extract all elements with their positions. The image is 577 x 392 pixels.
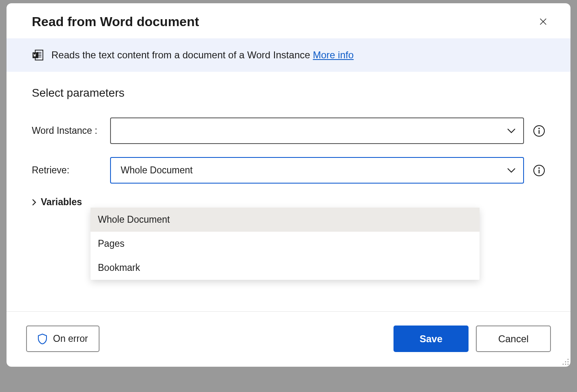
svg-point-10 xyxy=(538,167,540,169)
on-error-button[interactable]: On error xyxy=(26,326,99,352)
dropdown-option-pages[interactable]: Pages xyxy=(91,232,480,256)
svg-point-15 xyxy=(563,364,564,365)
word-instance-info-icon[interactable] xyxy=(533,125,545,137)
svg-point-14 xyxy=(568,361,569,363)
shield-icon xyxy=(38,334,47,344)
dialog-title: Read from Word document xyxy=(32,14,199,29)
retrieve-select[interactable]: Whole Document xyxy=(110,157,524,184)
dropdown-option-bookmark[interactable]: Bookmark xyxy=(91,256,480,280)
close-icon xyxy=(539,17,548,26)
retrieve-info-icon[interactable] xyxy=(533,164,545,177)
retrieve-value: Whole Document xyxy=(121,165,192,176)
variables-toggle[interactable]: Variables xyxy=(32,197,545,208)
more-info-link[interactable]: More info xyxy=(313,49,354,60)
word-icon xyxy=(32,49,44,61)
svg-point-17 xyxy=(568,364,569,365)
resize-grip[interactable] xyxy=(562,358,570,366)
info-bar: Reads the text content from a document o… xyxy=(7,38,570,72)
chevron-down-icon xyxy=(507,168,516,173)
variables-label: Variables xyxy=(41,197,82,208)
close-button[interactable] xyxy=(535,14,551,29)
retrieve-row: Retrieve: Whole Document xyxy=(32,157,545,184)
dialog-footer: On error Save Cancel xyxy=(7,311,570,367)
retrieve-label: Retrieve: xyxy=(32,165,110,176)
section-title: Select parameters xyxy=(32,86,545,100)
svg-point-16 xyxy=(565,364,566,365)
info-text: Reads the text content from a document o… xyxy=(51,49,354,61)
chevron-right-icon xyxy=(32,199,37,206)
dropdown-option-whole-document[interactable]: Whole Document xyxy=(91,208,480,232)
save-button[interactable]: Save xyxy=(394,326,469,352)
svg-point-12 xyxy=(568,359,569,360)
dialog-header: Read from Word document xyxy=(7,3,570,38)
word-instance-select[interactable] xyxy=(110,117,524,144)
on-error-label: On error xyxy=(53,333,88,344)
dialog: Read from Word document Reads the text c… xyxy=(7,3,570,367)
cancel-button[interactable]: Cancel xyxy=(476,326,551,352)
svg-point-7 xyxy=(538,128,540,129)
svg-point-13 xyxy=(565,361,566,363)
footer-right: Save Cancel xyxy=(394,326,551,352)
word-instance-label: Word Instance : xyxy=(32,125,110,136)
word-instance-row: Word Instance : xyxy=(32,117,545,144)
chevron-down-icon xyxy=(507,128,516,134)
retrieve-dropdown: Whole Document Pages Bookmark xyxy=(91,208,480,280)
